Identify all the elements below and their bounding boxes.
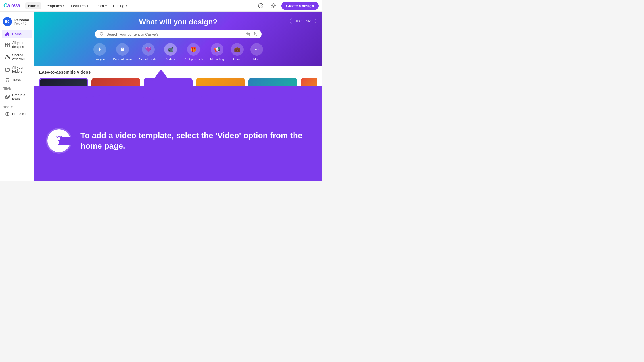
marketing-icon: 📢 [211,43,223,56]
nav-learn[interactable]: Learn ▾ [92,2,110,9]
right-arrow-indicator [57,132,83,151]
for-you-icon: ✦ [93,43,106,56]
chevron-down-icon: ▾ [87,4,88,7]
video-icon: 📹 [164,43,177,56]
svg-rect-6 [8,43,9,45]
help-button[interactable]: ? [256,1,265,10]
team-section-label: Team [0,85,34,91]
section-title: Easy-to-assemble videos [39,70,317,74]
office-icon: 💼 [231,43,244,56]
category-video[interactable]: 📹 Video [164,43,177,61]
main-content: Custom size What will you design? ✦ For … [34,12,322,181]
svg-rect-5 [5,43,7,45]
sidebar-item-folders[interactable]: All your folders [2,63,32,76]
search-bar [95,30,262,38]
social-media-icon: 💜 [142,43,155,56]
chevron-down-icon: ▾ [105,4,107,7]
svg-rect-16 [246,33,250,36]
tools-section-label: Tools [0,103,34,109]
category-marketing[interactable]: 📢 Marketing [210,43,224,61]
svg-point-10 [8,57,10,59]
svg-point-14 [100,32,103,35]
search-icon [99,32,104,36]
more-icon: ··· [250,43,263,56]
logo[interactable]: C anva [3,2,21,9]
tutorial-text: To add a video template, select the 'Vid… [80,130,310,151]
main-layout: BC Personal Free • ⁸ 1 Home All your des… [0,12,322,181]
nav-pricing[interactable]: Pricing ▾ [110,2,130,9]
sidebar-item-home[interactable]: Home [2,30,32,38]
svg-rect-12 [7,95,9,97]
user-plan: Free • ⁸ 1 [14,22,29,25]
hero-banner: Custom size What will you design? ✦ For … [34,12,322,66]
svg-point-4 [273,5,274,7]
svg-marker-19 [60,134,82,148]
svg-rect-8 [8,45,9,47]
search-input[interactable] [106,32,243,36]
sidebar-item-trash[interactable]: Trash [2,76,32,84]
chevron-down-icon: ▾ [126,4,127,7]
nav-actions: ? Create a design [256,1,319,10]
top-navigation: C anva Home Templates ▾ Features ▾ Learn… [0,0,322,12]
create-design-button[interactable]: Create a design [281,2,319,10]
custom-size-button[interactable]: Custom size [290,18,316,24]
category-office[interactable]: 💼 Office [231,43,244,61]
category-more[interactable]: ··· More [250,43,263,61]
chevron-down-icon: ▾ [63,4,64,7]
upload-icon[interactable] [252,32,257,36]
settings-button[interactable] [269,1,278,10]
sidebar-item-shared[interactable]: Shared with you [2,51,32,63]
print-icon: 🎁 [187,43,200,56]
category-social-media[interactable]: 💜 Social media [139,43,157,61]
svg-text:anva: anva [7,2,20,9]
category-presentations[interactable]: 🖥 Presentations [113,43,132,61]
sidebar-item-brand-kit[interactable]: Brand Kit [2,110,32,118]
nav-home[interactable]: Home [25,2,41,9]
category-for-you[interactable]: ✦ For you [93,43,106,61]
nav-templates[interactable]: Templates ▾ [42,2,67,9]
svg-point-9 [6,55,8,57]
sidebar-item-create-team[interactable]: Create a team [2,91,32,103]
hero-title: What will you design? [41,18,315,26]
avatar: BC [3,17,12,26]
svg-rect-7 [5,45,7,47]
svg-text:?: ? [260,4,262,7]
svg-rect-11 [5,96,8,98]
user-profile[interactable]: BC Personal Free • ⁸ 1 [0,15,34,30]
category-icons: ✦ For you 🖥 Presentations 💜 Social media… [41,43,315,61]
svg-point-17 [247,34,248,35]
svg-line-15 [103,35,104,36]
sidebar-item-all-designs[interactable]: All your designs [2,39,32,51]
nav-features[interactable]: Features ▾ [68,2,91,9]
presentations-icon: 🖥 [116,43,129,56]
nav-links: Home Templates ▾ Features ▾ Learn ▾ Pric… [25,2,256,9]
camera-icon[interactable] [246,32,250,36]
category-print[interactable]: 🎁 Print products [184,43,203,61]
user-name: Personal [14,18,29,22]
sidebar: BC Personal Free • ⁸ 1 Home All your des… [0,12,34,181]
